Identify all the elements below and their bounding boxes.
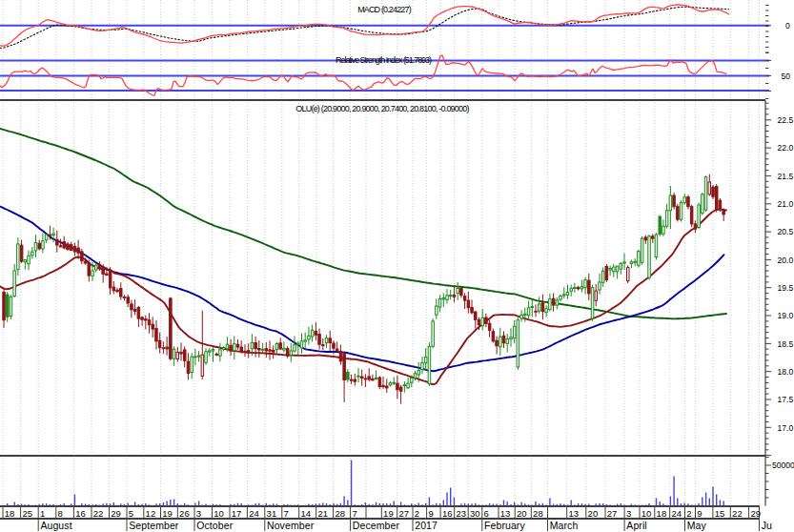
svg-text:17: 17	[232, 508, 242, 519]
svg-text:17.0: 17.0	[778, 423, 794, 433]
svg-text:22.0: 22.0	[778, 143, 794, 153]
svg-text:October: October	[196, 520, 233, 531]
svg-text:1: 1	[40, 508, 45, 519]
svg-text:Relative Strength Index (51.78: Relative Strength Index (51.7893)	[336, 55, 432, 65]
svg-text:20.5: 20.5	[778, 227, 794, 236]
svg-text:17.5: 17.5	[778, 395, 794, 404]
svg-text:10: 10	[641, 508, 652, 519]
svg-text:26: 26	[179, 508, 190, 519]
svg-text:March: March	[550, 520, 579, 531]
svg-text:9: 9	[428, 508, 433, 519]
svg-text:April: April	[626, 520, 647, 531]
svg-text:50: 50	[782, 72, 791, 81]
svg-text:September: September	[129, 520, 179, 531]
svg-text:9: 9	[697, 508, 702, 519]
svg-text:8: 8	[58, 508, 63, 519]
svg-text:13: 13	[569, 508, 580, 519]
svg-text:2017: 2017	[415, 520, 438, 531]
svg-text:18.5: 18.5	[778, 339, 794, 349]
svg-text:19.0: 19.0	[778, 311, 794, 320]
svg-text:15: 15	[715, 508, 725, 519]
svg-text:20: 20	[588, 508, 599, 519]
svg-text:7: 7	[352, 508, 356, 519]
svg-text:MACD (0.24227): MACD (0.24227)	[357, 5, 411, 14]
svg-text:24: 24	[249, 508, 259, 519]
svg-text:10: 10	[214, 508, 224, 519]
svg-text:27: 27	[399, 508, 410, 519]
svg-text:18: 18	[5, 508, 15, 519]
svg-text:2: 2	[686, 508, 691, 519]
svg-text:November: November	[267, 520, 315, 531]
svg-text:Ju: Ju	[762, 520, 772, 531]
svg-text:27: 27	[607, 508, 618, 519]
svg-text:25: 25	[22, 508, 32, 519]
svg-text:6: 6	[484, 508, 489, 519]
svg-text:21: 21	[318, 508, 329, 519]
svg-text:OLU(e) (20.9000, 20.9000, 20.7: OLU(e) (20.9000, 20.9000, 20.7400, 20.81…	[295, 104, 469, 113]
svg-text:19.5: 19.5	[778, 283, 794, 293]
svg-text:22: 22	[93, 508, 104, 519]
svg-text:24: 24	[672, 508, 682, 519]
svg-text:August: August	[40, 520, 71, 531]
svg-text:May: May	[687, 520, 707, 531]
svg-text:0: 0	[785, 21, 790, 31]
svg-text:23: 23	[457, 508, 467, 519]
svg-text:2: 2	[415, 508, 419, 519]
svg-text:19: 19	[383, 508, 394, 519]
svg-text:December: December	[353, 520, 400, 531]
svg-text:22: 22	[732, 508, 743, 519]
svg-text:13: 13	[500, 508, 511, 519]
svg-text:28: 28	[335, 508, 345, 519]
svg-text:28: 28	[533, 508, 543, 519]
svg-text:20.0: 20.0	[778, 256, 794, 265]
svg-text:29: 29	[750, 508, 761, 519]
svg-text:5: 5	[129, 508, 133, 519]
svg-text:3: 3	[626, 508, 631, 519]
svg-text:31: 31	[267, 508, 277, 519]
svg-text:30: 30	[470, 508, 480, 519]
svg-text:50000: 50000	[772, 460, 794, 470]
svg-text:18.0: 18.0	[778, 367, 794, 377]
svg-text:12: 12	[146, 508, 156, 519]
svg-text:3: 3	[196, 508, 201, 519]
svg-text:22.5: 22.5	[778, 115, 794, 125]
svg-text:7: 7	[284, 508, 289, 519]
svg-text:16: 16	[75, 508, 86, 519]
svg-text:February: February	[484, 520, 525, 531]
svg-text:20: 20	[517, 508, 527, 519]
svg-text:16: 16	[442, 508, 453, 519]
svg-text:21.5: 21.5	[778, 172, 794, 181]
svg-text:21.0: 21.0	[778, 199, 794, 209]
svg-text:14: 14	[301, 508, 312, 519]
svg-text:18: 18	[657, 508, 667, 519]
svg-text:19: 19	[162, 508, 173, 519]
svg-text:29: 29	[111, 508, 121, 519]
